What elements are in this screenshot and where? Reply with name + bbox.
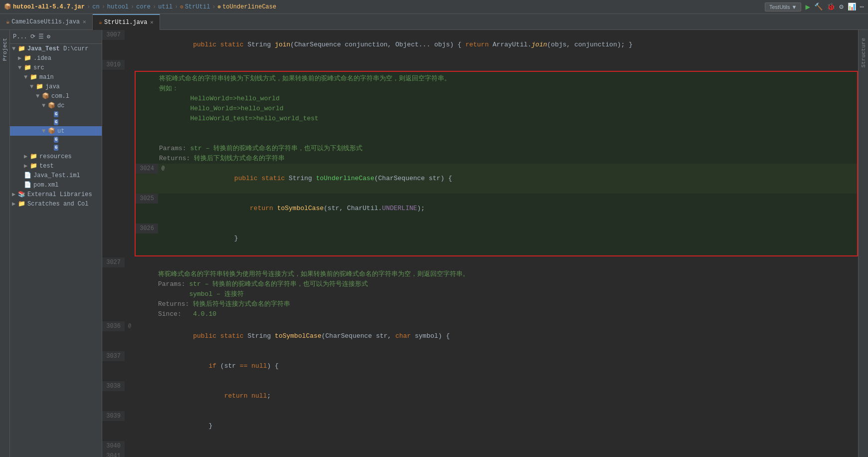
iml-icon: 📄	[24, 172, 32, 179]
tree-main[interactable]: ▼ 📁 main	[10, 72, 102, 82]
strutil-tab-icon: ☕	[99, 18, 102, 26]
javadoc2-line-returns: Returns: 转换后符号连接方式命名的字符串	[135, 299, 858, 309]
tab-close-camel[interactable]: ✕	[83, 18, 86, 25]
javadoc-line-1: 将驼峰式命名的字符串转换为下划线方式，如果转换前的驼峰式命名的字符串为空，则返回…	[136, 74, 857, 84]
pom-icon: 📄	[24, 181, 32, 189]
breadcrumb-cn[interactable]: cn	[92, 3, 99, 10]
toggle-resources[interactable]: ▶	[24, 153, 30, 160]
code-line-3040: 3040	[102, 441, 858, 451]
code-line-3039: 3039 }	[102, 411, 858, 441]
code-content[interactable]: 3007 public static String join(CharSeque…	[102, 30, 858, 457]
coverage-button[interactable]: ⚙	[839, 2, 843, 11]
tree-g4[interactable]: G	[10, 144, 102, 152]
javadoc-block-underline: 将驼峰式命名的字符串转换为下划线方式，如果转换前的驼峰式命名的字符串为空，则返回…	[135, 71, 858, 256]
tab-bar: ☕ CamelCaseUtils.java ✕ ☕ StrUtil.java ✕	[0, 14, 868, 30]
breadcrumb-util[interactable]: util	[158, 3, 173, 10]
java-class-icon-g4: G	[54, 145, 58, 151]
toggle-test[interactable]: ▶	[24, 162, 30, 170]
breadcrumb-hutool[interactable]: hutool	[107, 3, 129, 10]
toggle-dc[interactable]: ▼	[42, 102, 48, 109]
sidebar-icon-p[interactable]: P...	[13, 33, 27, 40]
run-config-selector[interactable]: TestUtils ▼	[765, 2, 802, 11]
javadoc-line-5: HelloWorld_test=>hello_world_test	[136, 114, 857, 124]
java-class-icon-g3: G	[54, 137, 58, 143]
javadoc-line-returns: Returns: 转换后下划线方式命名的字符串	[136, 154, 857, 164]
tree-idea[interactable]: ▶ 📁 .idea	[10, 53, 102, 63]
tree-com[interactable]: ▼ 📦 com.l	[10, 91, 102, 101]
javadoc-block-symbolcase: 将驼峰式命名的字符串转换为使用符号连接方式，如果转换前的驼峰式命名的字符串为空，…	[135, 267, 858, 321]
code-line-3027: 3027	[102, 257, 858, 267]
breadcrumb-method[interactable]: ⊛ toUnderlineCase	[218, 3, 277, 10]
build-button[interactable]: 🔨	[814, 2, 823, 11]
tab-close-strutil[interactable]: ✕	[150, 19, 154, 25]
folder-icon-ext: 📚	[18, 191, 26, 198]
folder-icon-java: 📁	[36, 83, 44, 90]
camelcase-tab-icon: ☕	[6, 18, 9, 25]
project-vtab[interactable]: Project	[1, 34, 9, 65]
debug-button[interactable]: 🐞	[827, 2, 835, 11]
toggle-com[interactable]: ▼	[36, 93, 42, 100]
breadcrumb-jar[interactable]: 📦 hutool-all-5.4.7.jar	[4, 3, 85, 10]
tab-camelcase[interactable]: ☕ CamelCaseUtils.java ✕	[0, 14, 93, 30]
sidebar-header: P... ⟳ ☰ ⚙	[10, 30, 102, 44]
breadcrumb-strutil[interactable]: ⊙ StrUtil	[180, 3, 210, 10]
run-button[interactable]: ▶	[805, 2, 810, 12]
tree-resources[interactable]: ▶ 📁 resources	[10, 152, 102, 161]
javadoc2-line-since: Since: 4.0.10	[135, 309, 858, 319]
toggle-scratches[interactable]: ▶	[12, 200, 18, 208]
tab-strutil[interactable]: ☕ StrUtil.java ✕	[93, 14, 160, 30]
breadcrumb-core[interactable]: core	[136, 3, 151, 10]
tree-g2[interactable]: G	[10, 118, 102, 126]
left-vertical-tabs: Project	[0, 30, 10, 457]
javadoc-line-6	[136, 124, 857, 134]
javadoc-line-7	[136, 134, 857, 144]
toggle-ext-libs[interactable]: ▶	[12, 191, 18, 198]
sidebar-icon-settings[interactable]: ⚙	[47, 33, 50, 40]
tree-g3[interactable]: G	[10, 136, 102, 144]
main-layout: Project P... ⟳ ☰ ⚙ ▼ 📁 Java_Test D:\curr…	[0, 30, 868, 457]
code-line-3025: 3025 return toSymbolCase(str, CharUtil.U…	[136, 194, 857, 224]
tree-dc[interactable]: ▼ 📦 dc	[10, 101, 102, 110]
javadoc-line-2: 例如：	[136, 84, 857, 94]
toggle-src[interactable]: ▼	[18, 64, 24, 71]
toggle-java-test[interactable]: ▼	[12, 45, 18, 52]
folder-icon-resources: 📁	[30, 153, 38, 160]
folder-icon-java-test: 📁	[18, 45, 26, 52]
toggle-ut[interactable]: ▼	[42, 128, 48, 135]
code-line-3041: 3041 final int length = str.length();	[102, 451, 858, 457]
java-class-icon-g1: G	[54, 111, 58, 117]
jar-icon: 📦	[4, 3, 11, 10]
tree-pom[interactable]: 📄 pom.xml	[10, 180, 102, 190]
toolbar-more[interactable]: ⋯	[860, 2, 864, 11]
method-icon: ⊛	[218, 3, 221, 10]
structure-vtab[interactable]: Structure	[860, 34, 868, 71]
toggle-main[interactable]: ▼	[24, 74, 30, 81]
right-vertical-tabs: Structure	[858, 30, 868, 457]
javadoc2-line-params: Params: str – 转换前的驼峰式命名的字符串，也可以为符号连接形式	[135, 279, 858, 289]
tree-test[interactable]: ▶ 📁 test	[10, 161, 102, 171]
code-line-3026: 3026 }	[136, 224, 857, 253]
sidebar-icon-sync[interactable]: ⟳	[30, 33, 35, 40]
folder-icon-ut: 📦	[48, 127, 56, 135]
folder-icon-test: 📁	[30, 162, 38, 170]
java-class-icon-g2: G	[54, 119, 58, 125]
code-line-3007: 3007 public static String join(CharSeque…	[102, 30, 858, 60]
folder-icon-dc: 📦	[48, 102, 56, 109]
tree-java-test[interactable]: ▼ 📁 Java_Test D:\curr	[10, 44, 102, 53]
tree-ut[interactable]: ▼ 📦 ut	[10, 126, 102, 136]
tree-src[interactable]: ▼ 📁 src	[10, 63, 102, 72]
toggle-java[interactable]: ▼	[30, 83, 36, 90]
toggle-idea[interactable]: ▶	[18, 54, 24, 62]
tree-iml[interactable]: 📄 Java_Test.iml	[10, 171, 102, 180]
folder-icon-idea: 📁	[24, 54, 32, 62]
tree-scratches[interactable]: ▶ 📁 Scratches and Col	[10, 199, 102, 209]
sidebar-icon-collapse[interactable]: ☰	[38, 33, 44, 40]
javadoc2-line-symbol: symbol – 连接符	[135, 289, 858, 299]
code-editor: 3007 public static String join(CharSeque…	[102, 30, 858, 457]
profile-button[interactable]: 📊	[848, 2, 856, 11]
tree-java[interactable]: ▼ 📁 java	[10, 82, 102, 91]
code-line-3010: 3010	[102, 60, 858, 70]
class-icon: ⊙	[180, 3, 183, 10]
tree-external-libs[interactable]: ▶ 📚 External Libraries	[10, 190, 102, 199]
tree-g1[interactable]: G	[10, 110, 102, 118]
